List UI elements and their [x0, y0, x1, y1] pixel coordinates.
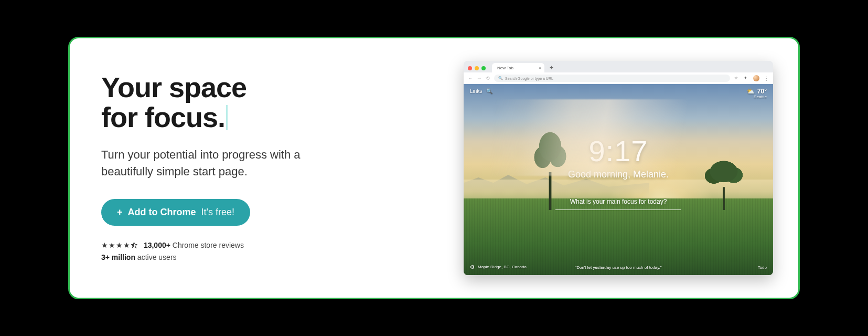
links-menu[interactable]: Links 🔍 [470, 88, 492, 94]
star-rating-icon: ★★★★⯪ [101, 241, 138, 249]
scene-center: 9:17 Good morning, Melanie. What is your… [464, 134, 773, 210]
cta-free-label: It's free! [201, 207, 234, 218]
star-bookmark-icon[interactable]: ☆ [734, 76, 740, 81]
tab-row: New Tab × + [464, 61, 773, 72]
cta-main-label: Add to Chrome [128, 207, 196, 218]
scene-bottom-bar: ⚙ Maple Ridge, BC, Canada "Don't let yes… [470, 264, 767, 270]
promo-card: Your space for focus. Turn your potentia… [68, 37, 800, 299]
location-text: Maple Ridge, BC, Canada [478, 265, 527, 269]
search-icon: 🔍 [498, 76, 503, 80]
hero-left: Your space for focus. Turn your potentia… [101, 72, 443, 264]
reviews-suffix: Chrome store reviews [173, 241, 244, 249]
focus-input[interactable] [555, 209, 681, 210]
clock: 9:17 [589, 134, 648, 168]
add-to-chrome-button[interactable]: + Add to Chrome It's free! [101, 199, 250, 226]
weather-city: Seattle [747, 95, 767, 100]
new-tab-scene: Links 🔍 ⛅ 70° Seattle 9:17 Good morning,… [464, 84, 773, 275]
address-row: ← → ⟲ 🔍 Search Google or type a URL ☆ ✦ … [464, 72, 773, 84]
users-suffix: active users [137, 253, 177, 261]
address-bar[interactable]: 🔍 Search Google or type a URL [494, 75, 730, 82]
focus-prompt: What is your main focus for today? [570, 198, 667, 205]
reload-icon[interactable]: ⟲ [486, 76, 490, 81]
hero-title: Your space for focus. [101, 72, 443, 132]
plus-icon: + [117, 207, 123, 218]
back-icon[interactable]: ← [468, 76, 473, 81]
minimize-window-icon[interactable] [475, 66, 479, 70]
forward-icon[interactable]: → [477, 76, 481, 81]
weather-widget[interactable]: ⛅ 70° Seattle [747, 88, 767, 100]
scene-top-bar: Links 🔍 ⛅ 70° Seattle [470, 88, 767, 100]
users-count: 3+ million [101, 253, 135, 261]
tab-title: New Tab [497, 66, 513, 70]
close-tab-icon[interactable]: × [539, 66, 541, 70]
window-controls [468, 66, 486, 72]
omnibox-placeholder: Search Google or type a URL [505, 77, 553, 80]
reviews-count: 13,000+ [144, 241, 170, 249]
browser-tab[interactable]: New Tab × [492, 63, 544, 72]
links-label: Links [470, 88, 482, 94]
greeting: Good morning, Melanie. [568, 169, 669, 180]
hero-subtitle: Turn your potential into progress with a… [101, 146, 332, 180]
photo-location[interactable]: ⚙ Maple Ridge, BC, Canada [470, 264, 527, 270]
todo-button[interactable]: Todo [758, 265, 767, 270]
browser-chrome: New Tab × + ← → ⟲ 🔍 Search Google or typ… [464, 61, 773, 84]
typing-cursor [226, 105, 228, 130]
profile-avatar[interactable] [753, 75, 759, 81]
menu-icon[interactable]: ⋮ [764, 76, 769, 81]
new-tab-button[interactable]: + [546, 64, 556, 72]
daily-quote: "Don't let yesterday use up too much of … [575, 265, 661, 270]
users-line: 3+ million active users [101, 251, 443, 264]
browser-preview: New Tab × + ← → ⟲ 🔍 Search Google or typ… [464, 61, 773, 275]
search-icon[interactable]: 🔍 [486, 88, 492, 94]
hero-meta: ★★★★⯪ 13,000+ Chrome store reviews 3+ mi… [101, 239, 443, 264]
reviews-line: ★★★★⯪ 13,000+ Chrome store reviews [101, 239, 443, 251]
maximize-window-icon[interactable] [481, 66, 486, 70]
extensions-icon[interactable]: ✦ [744, 76, 749, 81]
hero-title-line1: Your space [101, 71, 247, 103]
close-window-icon[interactable] [468, 66, 472, 70]
gear-icon[interactable]: ⚙ [470, 264, 475, 270]
hero-title-line2: for focus. [101, 101, 225, 133]
